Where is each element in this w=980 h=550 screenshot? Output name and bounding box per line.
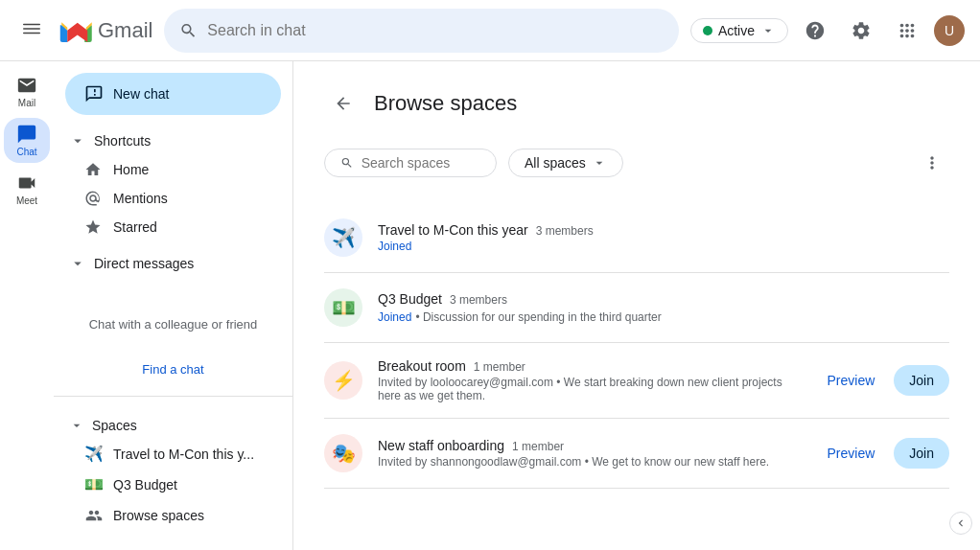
chevron-down-icon xyxy=(760,23,776,38)
menu-icon[interactable] xyxy=(15,12,48,48)
browse-title: Browse spaces xyxy=(374,91,517,116)
search-spaces-icon xyxy=(340,155,354,171)
space-row-travel: ✈️ Travel to M-Con this year 3 members J… xyxy=(324,203,949,273)
budget-space-name-row: Q3 Budget 3 members xyxy=(378,291,949,307)
spaces-header[interactable]: Spaces xyxy=(54,412,292,439)
onboarding-space-icon: 🎭 xyxy=(324,434,362,472)
space-row-budget: 💵 Q3 Budget 3 members Joined • Discussio… xyxy=(324,273,949,343)
topbar-right: Active U xyxy=(690,11,965,50)
meet-icon xyxy=(16,172,37,194)
travel-space-name: Travel to M-Con this year xyxy=(378,222,528,238)
apps-icon[interactable] xyxy=(888,11,926,50)
onboarding-preview-button[interactable]: Preview xyxy=(816,438,887,469)
breakout-space-info: Breakout room 1 member Invited by looloo… xyxy=(378,358,801,402)
find-chat-prompt: Chat with a colleague or friend xyxy=(54,286,292,362)
travel-emoji: ✈️ xyxy=(84,445,104,464)
sidebar-browse-spaces[interactable]: Browse spaces xyxy=(54,500,292,531)
svg-rect-0 xyxy=(23,24,40,26)
mentions-icon xyxy=(84,190,102,207)
budget-emoji: 💵 xyxy=(84,475,104,494)
onboarding-space-name-row: New staff onboarding 1 member xyxy=(378,438,801,453)
travel-space-members: 3 members xyxy=(536,224,594,238)
sidebar-item-meet[interactable]: Meet xyxy=(4,167,50,212)
budget-space-info: Q3 Budget 3 members Joined • Discussion … xyxy=(378,291,949,324)
space-row-breakout: ⚡ Breakout room 1 member Invited by lool… xyxy=(324,343,949,419)
dm-collapse-icon xyxy=(69,255,86,272)
starred-label: Starred xyxy=(113,219,157,235)
budget-space-description: • Discussion for our spending in the thi… xyxy=(415,310,661,324)
space-row-onboarding: 🎭 New staff onboarding 1 member Invited … xyxy=(324,419,949,489)
new-chat-button[interactable]: New chat xyxy=(65,73,281,115)
travel-space-icon: ✈️ xyxy=(324,218,362,257)
find-chat-link[interactable]: Find a chat xyxy=(142,362,203,377)
budget-space-status: Joined xyxy=(378,310,411,324)
onboarding-join-button[interactable]: Join xyxy=(894,438,949,469)
travel-space-status: Joined xyxy=(378,240,949,253)
all-spaces-chevron-icon xyxy=(592,155,607,171)
spaces-label: Spaces xyxy=(92,418,137,433)
breakout-space-members: 1 member xyxy=(474,360,525,374)
breakout-join-button[interactable]: Join xyxy=(894,365,949,396)
scroll-indicator[interactable] xyxy=(949,512,972,535)
direct-messages-label: Direct messages xyxy=(94,256,194,271)
meet-label: Meet xyxy=(16,195,37,206)
spaces-section: Spaces ✈️ Travel to M-Con this y... 💵 Q3… xyxy=(54,404,292,539)
settings-icon[interactable] xyxy=(842,11,880,50)
scroll-icon xyxy=(954,516,968,530)
avatar[interactable]: U xyxy=(934,15,965,46)
sidebar-item-chat[interactable]: Chat xyxy=(4,118,50,163)
sidebar-item-mail[interactable]: Mail xyxy=(4,69,50,114)
browse-spaces-icon xyxy=(84,506,104,525)
all-spaces-label: All spaces xyxy=(525,155,586,171)
direct-messages-section: Direct messages xyxy=(54,249,292,286)
browse-spaces-label: Browse spaces xyxy=(113,508,204,523)
travel-space-name-row: Travel to M-Con this year 3 members xyxy=(378,222,949,238)
onboarding-space-info: New staff onboarding 1 member Invited by… xyxy=(378,438,801,469)
search-spaces-input[interactable] xyxy=(362,155,480,171)
spaces-list: ✈️ Travel to M-Con this year 3 members J… xyxy=(324,203,949,489)
main-content: Browse spaces All spaces ✈️ Travel to xyxy=(293,61,980,550)
new-chat-label: New chat xyxy=(113,86,169,102)
gmail-text: Gmail xyxy=(98,18,152,43)
nav-item-home[interactable]: Home xyxy=(54,155,281,184)
nav-item-mentions[interactable]: Mentions xyxy=(54,184,281,213)
mentions-label: Mentions xyxy=(113,191,168,206)
mail-label: Mail xyxy=(18,98,35,108)
help-icon[interactable] xyxy=(796,11,834,50)
breakout-space-name: Breakout room xyxy=(378,358,466,374)
back-button[interactable] xyxy=(324,84,362,123)
star-icon xyxy=(84,218,102,236)
search-spaces-container[interactable] xyxy=(324,149,497,177)
budget-space-name: Q3 Budget xyxy=(378,291,442,307)
more-options-button[interactable] xyxy=(915,146,949,180)
shortcuts-label: Shortcuts xyxy=(94,133,151,149)
breakout-space-name-row: Breakout room 1 member xyxy=(378,358,801,374)
spaces-collapse-icon xyxy=(69,418,84,433)
home-icon xyxy=(84,161,102,178)
active-status[interactable]: Active xyxy=(690,18,788,43)
mail-icon xyxy=(16,75,37,96)
breakout-preview-button[interactable]: Preview xyxy=(816,365,887,396)
onboarding-space-description: Invited by shannongoodlaw@gmail.com • We… xyxy=(378,455,801,469)
topbar: Gmail Active U xyxy=(0,0,980,61)
home-label: Home xyxy=(113,162,149,177)
collapse-icon xyxy=(69,132,86,149)
all-spaces-button[interactable]: All spaces xyxy=(508,149,623,177)
breakout-space-actions: Preview Join xyxy=(816,365,949,396)
new-chat-icon xyxy=(84,84,104,103)
sidebar-space-budget[interactable]: 💵 Q3 Budget xyxy=(54,470,292,500)
search-input[interactable] xyxy=(207,22,664,39)
active-dot xyxy=(703,26,712,35)
sidebar-space-travel[interactable]: ✈️ Travel to M-Con this y... xyxy=(54,439,292,470)
onboarding-space-actions: Preview Join xyxy=(816,438,949,469)
budget-space-members: 3 members xyxy=(450,293,507,307)
nav-item-starred[interactable]: Starred xyxy=(54,213,281,241)
more-icon xyxy=(922,153,942,172)
shortcuts-header[interactable]: Shortcuts xyxy=(54,126,292,155)
nav-divider xyxy=(54,396,292,397)
breakout-space-description: Invited by looloocarey@gmail.com • We st… xyxy=(378,376,801,402)
search-bar[interactable] xyxy=(164,9,678,53)
left-nav: New chat Shortcuts Home Mentions Starred xyxy=(54,61,293,550)
sidebar-icons: Mail Chat Meet xyxy=(0,61,54,550)
direct-messages-header[interactable]: Direct messages xyxy=(54,249,292,278)
